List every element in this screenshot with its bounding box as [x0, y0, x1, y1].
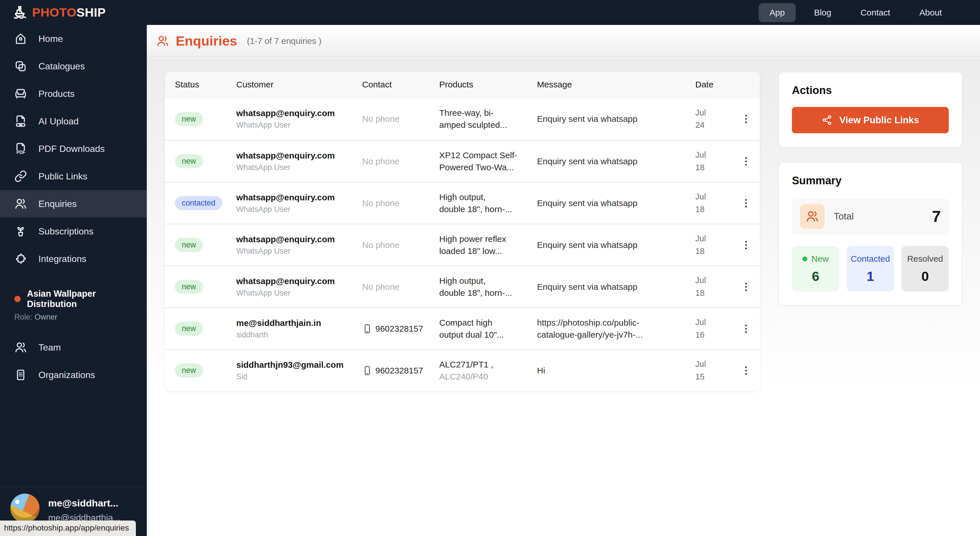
contact-cell: No phone [362, 114, 439, 124]
products-cell: Compact high output dual 10"... [439, 317, 537, 341]
products-line2: double 18", horn-... [439, 203, 530, 215]
kebab-icon [740, 281, 752, 293]
sidebar-item-ai-upload[interactable]: AI Upload [0, 108, 147, 135]
users-icon [14, 197, 27, 210]
sidebar-nav: Home Catalogues Products AI Upload PDF D… [0, 25, 147, 273]
date-cell: Jul 18 [695, 191, 737, 216]
stat-value: 6 [794, 268, 837, 284]
date-month: Jul [695, 191, 737, 203]
col-header-contact: Contact [362, 80, 439, 89]
kebab-icon [740, 156, 752, 167]
main-content: Enquiries (1-7 of 7 enquiries ) Status C… [147, 25, 980, 536]
status-badge: contacted [175, 196, 222, 210]
row-menu-button[interactable] [737, 317, 755, 341]
status-badge: new [175, 363, 203, 377]
customer-email: me@siddharthjain.in [236, 318, 362, 328]
customer-name: siddharth [236, 331, 362, 339]
pdf-file-icon [14, 142, 27, 155]
products-line2: amped sculpted... [439, 119, 530, 131]
sidebar-item-integrations[interactable]: Integrations [0, 245, 147, 273]
sidebar-item-pdf-downloads[interactable]: PDF Downloads [0, 135, 147, 162]
customer-email: whatsapp@enquiry.com [236, 192, 362, 202]
table-row[interactable]: new me@siddharthjain.in siddharth 960232… [165, 307, 760, 349]
sidebar: Home Catalogues Products AI Upload PDF D… [0, 25, 147, 536]
sidebar-item-label: Products [38, 89, 75, 99]
stat-label: Resolved [904, 254, 947, 264]
status-cell: contacted [165, 196, 236, 210]
message-line1: Enquiry sent via whatsapp [537, 281, 687, 293]
table-row[interactable]: new whatsapp@enquiry.com WhatsApp User N… [165, 140, 760, 182]
sidebar-item-products[interactable]: Products [0, 80, 147, 108]
row-menu-button[interactable] [737, 191, 755, 215]
kebab-icon [740, 323, 752, 334]
armchair-icon [14, 87, 27, 100]
customer-email: whatsapp@enquiry.com [236, 276, 362, 286]
page-title-bar: Enquiries (1-7 of 7 enquiries ) [147, 25, 980, 57]
app-logo[interactable]: PHOTOSHIP [13, 5, 106, 20]
phone-icon [362, 366, 372, 376]
sidebar-item-subscriptions[interactable]: Subscriptions [0, 218, 147, 245]
right-panel: Actions View Public Links Summary Total … [778, 72, 963, 306]
table-row[interactable]: contacted whatsapp@enquiry.com WhatsApp … [165, 182, 760, 224]
summary-title: Summary [792, 175, 949, 187]
products-line1: High output, [439, 275, 530, 287]
products-cell: High output, double 18", horn-... [439, 191, 537, 215]
sidebar-item-catalogues[interactable]: Catalogues [0, 52, 147, 80]
date-cell: Jul 16 [695, 316, 737, 341]
row-menu-button[interactable] [737, 107, 755, 131]
customer-cell: whatsapp@enquiry.com WhatsApp User [236, 192, 362, 214]
green-dot-icon [802, 256, 807, 261]
top-nav-blog[interactable]: Blog [803, 3, 842, 22]
top-nav-app[interactable]: App [759, 3, 795, 22]
org-name[interactable]: Asian Wallpaper Distribution [0, 289, 147, 309]
row-menu-button[interactable] [737, 359, 755, 383]
status-badge: new [175, 238, 203, 252]
users-icon [156, 35, 169, 47]
sidebar-item-organizations[interactable]: Organizations [0, 361, 147, 389]
row-menu-button[interactable] [737, 233, 755, 257]
date-cell: Jul 24 [695, 107, 737, 132]
date-month: Jul [695, 149, 737, 161]
top-nav: App Blog Contact About [759, 3, 953, 22]
sidebar-item-home[interactable]: Home [0, 25, 147, 52]
view-public-links-button[interactable]: View Public Links [792, 107, 949, 133]
date-cell: Jul 18 [695, 232, 737, 258]
users-icon [14, 341, 27, 354]
summary-stats: New 6 Contacted 1 [792, 246, 949, 291]
org-block: Asian Wallpaper Distribution Role: Owner [0, 289, 147, 321]
status-cell: new [165, 112, 236, 126]
phone-icon [362, 324, 372, 334]
message-cell: Hi [537, 364, 695, 377]
contact-value: No phone [362, 282, 399, 292]
sidebar-item-label: AI Upload [38, 116, 79, 127]
date-cell: Jul 18 [695, 149, 737, 174]
table-row[interactable]: new whatsapp@enquiry.com WhatsApp User N… [165, 98, 760, 140]
date-day: 15 [695, 371, 737, 383]
row-menu-button[interactable] [737, 275, 755, 299]
top-nav-about[interactable]: About [908, 3, 953, 22]
col-header-message: Message [537, 80, 695, 89]
content-area: Status Customer Contact Products Message… [147, 58, 980, 536]
sidebar-item-public-links[interactable]: Public Links [0, 162, 147, 190]
stat-value: 0 [904, 268, 947, 284]
top-nav-contact[interactable]: Contact [850, 3, 901, 22]
table-row[interactable]: new whatsapp@enquiry.com WhatsApp User N… [165, 266, 760, 307]
products-line2: loaded 18" low... [439, 245, 530, 257]
col-header-customer: Customer [236, 80, 362, 89]
home-icon [14, 32, 27, 45]
date-day: 16 [695, 329, 737, 341]
contact-value: No phone [362, 156, 399, 166]
products-cell: High power reflex loaded 18" low... [439, 233, 537, 257]
sidebar-item-enquiries[interactable]: Enquiries [0, 190, 147, 218]
table-row[interactable]: new whatsapp@enquiry.com WhatsApp User N… [165, 224, 760, 266]
row-menu-button[interactable] [737, 150, 755, 173]
date-cell: Jul 18 [695, 274, 737, 299]
message-line1: Enquiry sent via whatsapp [537, 239, 687, 251]
products-line1: High output, [439, 191, 530, 203]
sidebar-item-label: Subscriptions [38, 226, 94, 237]
products-cell: Three-way, bi- amped sculpted... [439, 107, 537, 131]
message-line1: https://photoship.co/public- [537, 317, 687, 329]
table-row[interactable]: new siddharthjn93@gmail.com Sid 96023281… [165, 349, 760, 391]
sidebar-item-team[interactable]: Team [0, 334, 147, 361]
customer-email: siddharthjn93@gmail.com [236, 360, 362, 370]
